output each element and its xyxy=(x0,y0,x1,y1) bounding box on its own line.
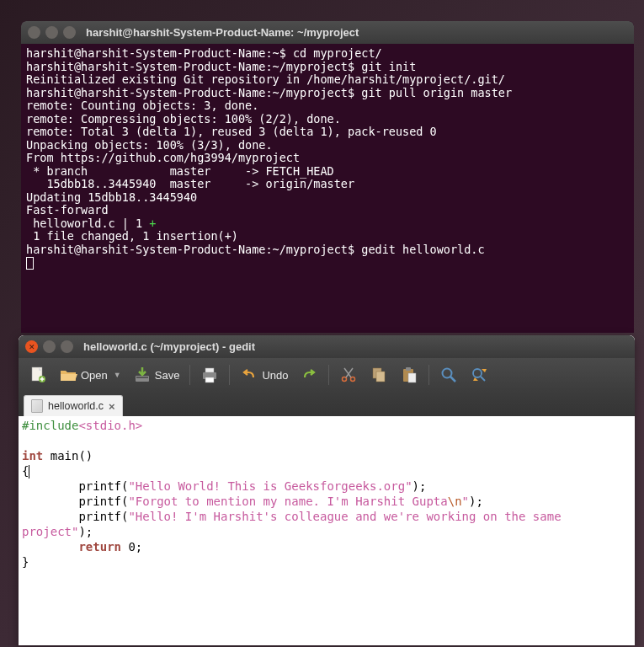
code-punct: ); xyxy=(412,479,427,493)
gedit-maximize-button[interactable] xyxy=(61,340,73,353)
terminal-diff-plus: + xyxy=(149,217,156,230)
code-call: printf( xyxy=(22,495,128,508)
terminal-cursor xyxy=(26,257,34,270)
terminal-window: harshit@harshit-System-Product-Name: ~/m… xyxy=(21,21,634,333)
terminal-prompt: harshit@harshit-System-Product-Name:~$ xyxy=(26,46,293,60)
gedit-minimize-button[interactable] xyxy=(43,340,56,353)
code-string: "Hello! I'm Harshit's colleague and we'r… xyxy=(128,510,568,523)
terminal-output: From https://github.com/hg3994/myproject xyxy=(26,152,629,165)
undo-icon xyxy=(240,366,258,384)
gedit-window: helloworld.c (~/myproject) - gedit Open … xyxy=(19,335,635,645)
terminal-output: remote: Total 3 (delta 1), reused 3 (del… xyxy=(26,126,629,139)
file-tab[interactable]: helloworld.c × xyxy=(24,395,123,416)
open-folder-icon xyxy=(59,366,77,384)
paste-button[interactable] xyxy=(395,362,423,388)
toolbar-separator xyxy=(189,365,190,385)
svg-point-15 xyxy=(473,369,482,377)
terminal-output: helloworld.c | 1 xyxy=(26,217,149,230)
terminal-output: remote: Counting objects: 3, done. xyxy=(26,99,629,113)
undo-label: Undo xyxy=(262,369,288,382)
code-string: "Forgot to mention my name. I'm Harshit … xyxy=(128,495,447,508)
code-include-lib: <stdio.h> xyxy=(78,419,142,432)
terminal-minimize-button[interactable] xyxy=(45,26,58,39)
print-button[interactable] xyxy=(195,362,224,388)
cut-button[interactable] xyxy=(334,362,363,388)
chevron-down-icon: ▼ xyxy=(114,371,121,379)
code-function: main() xyxy=(43,449,93,463)
code-keyword: return xyxy=(78,540,121,553)
code-punct: ); xyxy=(469,495,483,508)
svg-point-7 xyxy=(343,377,347,382)
terminal-output: Updating 15dbb18..3445940 xyxy=(26,191,629,205)
code-call: printf( xyxy=(22,510,128,523)
open-button[interactable]: Open ▼ xyxy=(54,362,126,388)
text-cursor xyxy=(29,465,29,479)
gedit-title: helloworld.c (~/myproject) - gedit xyxy=(83,340,255,353)
toolbar-separator xyxy=(328,365,329,385)
find-replace-button[interactable] xyxy=(465,362,493,388)
save-button[interactable]: Save xyxy=(128,362,185,388)
paste-icon xyxy=(400,366,418,384)
terminal-prompt: harshit@harshit-System-Product-Name:~/my… xyxy=(26,60,361,73)
terminal-output: Unpacking objects: 100% (3/3), done. xyxy=(26,139,629,152)
terminal-title: harshit@harshit-System-Product-Name: ~/m… xyxy=(86,26,359,39)
code-call: printf( xyxy=(22,479,128,493)
terminal-titlebar[interactable]: harshit@harshit-System-Product-Name: ~/m… xyxy=(21,21,634,44)
print-icon xyxy=(200,366,219,384)
terminal-command: gedit helloworld.c xyxy=(361,243,484,256)
toolbar-separator xyxy=(428,365,429,385)
open-label: Open xyxy=(81,369,108,382)
gedit-titlebar[interactable]: helloworld.c (~/myproject) - gedit xyxy=(19,335,635,358)
code-keyword: int xyxy=(22,449,43,463)
save-label: Save xyxy=(155,369,180,382)
svg-rect-12 xyxy=(406,367,411,371)
gedit-tabbar: helloworld.c × xyxy=(19,392,635,416)
terminal-body[interactable]: harshit@harshit-System-Product-Name:~$ c… xyxy=(21,44,634,273)
redo-icon xyxy=(300,366,318,384)
save-icon xyxy=(133,366,152,384)
code-brace: { xyxy=(22,464,29,478)
terminal-prompt: harshit@harshit-System-Product-Name:~/my… xyxy=(26,86,361,99)
gedit-close-button[interactable] xyxy=(25,340,38,353)
find-button[interactable] xyxy=(434,362,463,388)
terminal-maximize-button[interactable] xyxy=(63,26,76,39)
terminal-output: 1 file changed, 1 insertion(+) xyxy=(26,230,629,243)
copy-button[interactable] xyxy=(365,362,393,388)
svg-rect-6 xyxy=(205,377,214,382)
toolbar-separator xyxy=(229,365,230,385)
tab-close-button[interactable]: × xyxy=(109,400,115,413)
new-file-button[interactable] xyxy=(24,362,52,388)
terminal-close-button[interactable] xyxy=(28,26,40,39)
terminal-command: git pull origin master xyxy=(361,86,512,99)
redo-button[interactable] xyxy=(295,362,323,388)
code-value: 0; xyxy=(121,540,142,553)
terminal-command: git init xyxy=(361,60,416,73)
svg-rect-4 xyxy=(205,368,214,372)
code-punct: ); xyxy=(78,525,93,538)
svg-rect-3 xyxy=(136,377,148,378)
terminal-output: 15dbb18..3445940 master -> origin/master xyxy=(26,178,629,191)
terminal-output: * branch master -> FETCH_HEAD xyxy=(26,165,629,179)
file-icon xyxy=(31,399,43,413)
terminal-output: remote: Compressing objects: 100% (2/2),… xyxy=(26,113,629,126)
code-preprocessor: #include xyxy=(22,419,78,432)
copy-icon xyxy=(370,366,388,384)
code-string: "Hello World! This is Geeksforgeeks.org" xyxy=(128,479,412,493)
svg-rect-13 xyxy=(408,373,416,382)
terminal-output: Reinitialized existing Git repository in… xyxy=(26,73,629,87)
tab-filename: helloworld.c xyxy=(48,400,104,412)
new-file-icon xyxy=(29,366,47,384)
terminal-output: Fast-forward xyxy=(26,204,629,217)
code-brace: } xyxy=(22,555,29,569)
svg-point-14 xyxy=(443,369,452,378)
code-editor[interactable]: #include<stdio.h> int main() { printf("H… xyxy=(19,416,635,571)
code-string: " xyxy=(462,495,469,508)
gedit-toolbar: Open ▼ Save Undo xyxy=(19,358,635,392)
terminal-command: cd myproject/ xyxy=(293,46,382,60)
code-escape: \n xyxy=(448,495,462,508)
search-icon xyxy=(439,366,458,384)
find-replace-icon xyxy=(470,366,488,384)
undo-button[interactable]: Undo xyxy=(235,362,293,388)
code-string: project" xyxy=(22,525,78,538)
scissors-icon xyxy=(339,366,358,384)
